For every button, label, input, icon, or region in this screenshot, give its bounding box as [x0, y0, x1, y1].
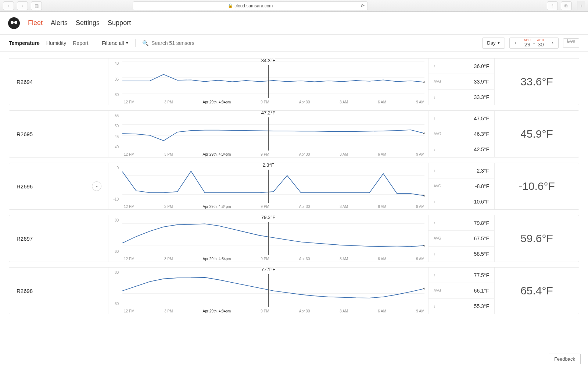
arrow-up-icon: ↑	[434, 64, 441, 68]
forward-button[interactable]: ›	[17, 1, 28, 10]
sensor-chart[interactable]: 77.1°F 8060 12 PM3 PMApr 29th, 4:34pm9 P…	[108, 268, 428, 314]
avg-label: AVG	[434, 79, 441, 84]
arrow-up-icon: ↑	[434, 221, 441, 225]
sensor-row: R2696▾ 2.3°F 0-10 12 PM3 PMApr 29th, 4:3…	[9, 163, 579, 210]
tab-report[interactable]: Report	[73, 40, 88, 46]
y-axis-ticks: 403530	[111, 61, 119, 97]
sensor-chart[interactable]: 79.3°F 8060 12 PM3 PMApr 29th, 4:34pm9 P…	[108, 215, 428, 262]
nav-fleet[interactable]: Fleet	[28, 19, 43, 27]
stat-max: 36.0°F	[474, 63, 489, 69]
y-axis-ticks: 55504540	[111, 114, 119, 149]
sensor-stats: ↑79.8°F AVG67.5°F ↓58.5°F	[428, 215, 494, 262]
stat-min: 55.3°F	[474, 303, 489, 309]
sensor-name-cell[interactable]: R2694	[9, 59, 108, 105]
svg-point-11	[423, 195, 424, 197]
hover-tooltip: 34.3°F	[232, 58, 305, 63]
search-input[interactable]	[151, 40, 225, 46]
new-tab-button[interactable]: +	[577, 1, 585, 11]
divider	[135, 39, 136, 47]
y-axis-ticks: 8060	[111, 270, 119, 306]
stat-max: 2.3°F	[477, 168, 489, 174]
browser-chrome: ‹ › ▥ 🔒 cloud.samsara.com ⟳ ⇪ ⧉ +	[0, 0, 588, 12]
nav-settings[interactable]: Settings	[76, 19, 100, 27]
stat-avg: 66.1°F	[474, 288, 489, 294]
nav-alerts[interactable]: Alerts	[51, 19, 68, 27]
date-prev-button[interactable]: ‹	[510, 40, 521, 46]
stat-max: 77.5°F	[474, 272, 489, 278]
arrow-down-icon: ↓	[434, 252, 441, 256]
x-axis-ticks: 12 PM3 PMApr 29th, 4:34pm9 PMApr 303 AM6…	[124, 257, 424, 261]
url-bar[interactable]: 🔒 cloud.samsara.com ⟳	[133, 1, 368, 10]
stat-min: 58.5°F	[474, 251, 489, 257]
nav-support[interactable]: Support	[108, 19, 131, 27]
current-temperature: 45.9°F	[494, 111, 579, 157]
search-box[interactable]: 🔍	[142, 40, 225, 46]
stat-min: 42.5°F	[474, 146, 489, 152]
sensor-stats: ↑36.0°F AVG33.9°F ↓33.3°F	[428, 59, 494, 105]
svg-point-17	[423, 288, 424, 290]
sidebar-toggle-button[interactable]: ▥	[31, 1, 42, 10]
date-next-button[interactable]: ›	[547, 40, 558, 46]
sensor-stats: ↑2.3°F AVG-8.8°F ↓-10.6°F	[428, 163, 494, 209]
sensor-chart[interactable]: 47.2°F 55504540 12 PM3 PMApr 29th, 4:34p…	[108, 111, 428, 157]
expand-button[interactable]: ▾	[92, 181, 101, 191]
share-button[interactable]: ⇪	[547, 1, 558, 10]
tab-humidity[interactable]: Humidity	[46, 40, 66, 46]
x-axis-ticks: 12 PM3 PMApr 29th, 4:34pm9 PMApr 303 AM6…	[124, 309, 424, 313]
sensor-name-cell[interactable]: R2696▾	[9, 163, 108, 209]
divider	[95, 39, 95, 47]
sensor-stats: ↑47.5°F AVG46.3°F ↓42.5°F	[428, 111, 494, 157]
arrow-up-icon: ↑	[434, 116, 441, 120]
date-range-picker[interactable]: ‹ APR29 - APR30 ›	[509, 38, 559, 49]
avg-label: AVG	[434, 184, 441, 188]
current-temperature: 59.6°F	[494, 215, 579, 262]
sensor-chart[interactable]: 34.3°F 403530 12 PM3 PMApr 29th, 4:34pm9…	[108, 59, 428, 105]
reload-icon[interactable]: ⟳	[361, 3, 365, 8]
stat-avg: 46.3°F	[474, 131, 489, 137]
sensor-chart[interactable]: 2.3°F 0-10 12 PM3 PMApr 29th, 4:34pm9 PM…	[108, 163, 428, 209]
svg-point-3	[423, 81, 424, 83]
app-header: Fleet Alerts Settings Support	[0, 12, 588, 35]
sensor-row: R2698 77.1°F 8060 12 PM3 PMApr 29th, 4:3…	[9, 267, 579, 314]
filters-dropdown[interactable]: Filters: all▼	[102, 40, 129, 46]
logo-owl-icon[interactable]	[8, 17, 20, 29]
stat-max: 79.8°F	[474, 220, 489, 226]
back-button[interactable]: ‹	[3, 1, 14, 10]
stat-avg: -8.8°F	[475, 183, 489, 189]
arrow-down-icon: ↓	[434, 200, 441, 204]
current-temperature: 65.4°F	[494, 268, 579, 314]
x-axis-ticks: 12 PM3 PMApr 29th, 4:34pm9 PMApr 303 AM6…	[124, 205, 424, 209]
arrow-down-icon: ↓	[434, 148, 441, 152]
svg-point-14	[423, 245, 424, 247]
tabs-button[interactable]: ⧉	[561, 1, 572, 10]
sensor-name-cell[interactable]: R2697	[9, 215, 108, 262]
sensor-name: R2695	[17, 131, 33, 137]
url-text: cloud.samsara.com	[234, 3, 273, 8]
sensor-name-cell[interactable]: R2695	[9, 111, 108, 157]
hover-tooltip: 2.3°F	[232, 162, 305, 168]
hover-tooltip: 79.3°F	[232, 215, 305, 220]
stat-min: 33.3°F	[474, 94, 489, 100]
sensor-rows: R2694 34.3°F 403530 12 PM3 PMApr 29th, 4…	[0, 52, 588, 321]
x-axis-ticks: 12 PM3 PMApr 29th, 4:34pm9 PMApr 303 AM6…	[124, 152, 424, 156]
stat-avg: 67.5°F	[474, 236, 489, 241]
arrow-down-icon: ↓	[434, 304, 441, 308]
tab-temperature[interactable]: Temperature	[9, 40, 40, 46]
caret-down-icon: ▼	[497, 41, 500, 45]
sensor-name: R2696	[17, 183, 33, 190]
current-temperature: -10.6°F	[494, 163, 579, 209]
avg-label: AVG	[434, 132, 441, 136]
live-button[interactable]: Live	[563, 38, 579, 48]
stat-avg: 33.9°F	[474, 79, 489, 85]
arrow-up-icon: ↑	[434, 169, 441, 173]
toolbar: Temperature Humidity Report Filters: all…	[0, 35, 588, 52]
current-temperature: 33.6°F	[494, 59, 579, 105]
period-dropdown[interactable]: Day▼	[482, 38, 505, 49]
sensor-name: R2697	[17, 236, 33, 242]
y-axis-ticks: 0-10	[111, 166, 119, 201]
sensor-row: R2694 34.3°F 403530 12 PM3 PMApr 29th, 4…	[9, 58, 579, 105]
x-axis-ticks: 12 PM3 PMApr 29th, 4:34pm9 PMApr 303 AM6…	[124, 100, 424, 104]
sensor-name-cell[interactable]: R2698	[9, 268, 108, 314]
hover-tooltip: 77.1°F	[232, 267, 305, 272]
hover-tooltip: 47.2°F	[232, 110, 305, 116]
